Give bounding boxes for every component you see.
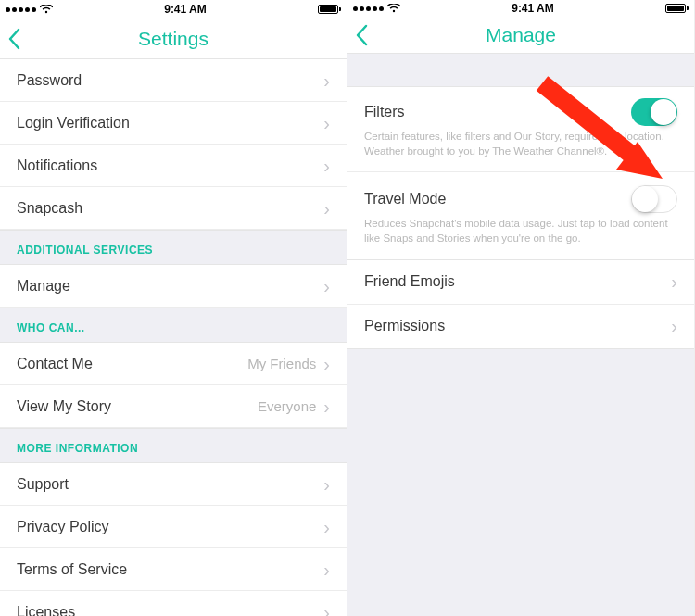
page-title: Manage: [486, 24, 556, 46]
travel-mode-toggle[interactable]: [631, 185, 677, 213]
row-label: Licenses: [17, 604, 75, 617]
back-button[interactable]: [7, 19, 20, 58]
row-label: Friend Emojis: [364, 273, 455, 290]
settings-list[interactable]: Password › Login Verification › Notifica…: [0, 59, 347, 616]
chevron-right-icon: ›: [323, 277, 330, 295]
section-additional-services: ADDITIONAL SERVICES: [0, 230, 347, 265]
chevron-right-icon: ›: [323, 199, 330, 218]
chevron-right-icon: ›: [671, 317, 677, 335]
nav-bar: Manage: [348, 17, 694, 54]
row-label: View My Story: [17, 398, 111, 415]
settings-screen: 9:41 AM Settings Password › Login Verifi…: [0, 0, 348, 616]
row-label: Travel Mode: [364, 191, 446, 207]
row-snapcash[interactable]: Snapcash ›: [0, 187, 347, 230]
row-label: Permissions: [364, 318, 445, 334]
status-bar: 9:41 AM: [0, 0, 347, 19]
chevron-right-icon: ›: [323, 157, 330, 175]
wifi-icon: [387, 4, 400, 13]
row-friend-emojis[interactable]: Friend Emojis ›: [348, 260, 694, 305]
chevron-right-icon: ›: [323, 475, 330, 494]
row-password[interactable]: Password ›: [0, 59, 347, 102]
row-contact-me[interactable]: Contact Me My Friends ›: [0, 343, 347, 385]
row-label: Support: [17, 476, 69, 493]
row-view-my-story[interactable]: View My Story Everyone ›: [0, 385, 347, 428]
row-value: Everyone: [258, 398, 316, 414]
status-bar: 9:41 AM: [348, 0, 694, 17]
row-manage[interactable]: Manage ›: [0, 265, 347, 308]
chevron-right-icon: ›: [671, 272, 677, 291]
row-permissions[interactable]: Permissions ›: [348, 305, 694, 349]
section-more-info: MORE INFORMATION: [0, 428, 347, 463]
spacer: [348, 54, 694, 87]
manage-list[interactable]: Filters Certain features, like filters a…: [348, 54, 694, 616]
chevron-right-icon: ›: [323, 71, 330, 90]
back-button[interactable]: [355, 17, 368, 53]
row-label: Filters: [364, 104, 405, 120]
row-privacy-policy[interactable]: Privacy Policy ›: [0, 506, 347, 548]
row-label: Terms of Service: [17, 561, 127, 578]
nav-bar: Settings: [0, 19, 347, 59]
status-time: 9:41 AM: [512, 2, 554, 15]
chevron-right-icon: ›: [323, 518, 330, 536]
chevron-right-icon: ›: [323, 603, 330, 617]
wifi-icon: [40, 5, 53, 14]
row-filters: Filters: [348, 87, 694, 130]
row-licenses[interactable]: Licenses ›: [0, 591, 347, 616]
chevron-right-icon: ›: [323, 560, 330, 579]
row-notifications[interactable]: Notifications ›: [0, 145, 347, 187]
row-terms-of-service[interactable]: Terms of Service ›: [0, 548, 347, 591]
battery-icon: [318, 5, 341, 14]
signal-dots-icon: [6, 7, 36, 12]
filters-description: Certain features, like filters and Our S…: [348, 130, 694, 172]
row-label: Notifications: [17, 157, 97, 174]
travel-mode-description: Reduces Snapchat's mobile data usage. Ju…: [348, 217, 694, 259]
row-label: Snapcash: [17, 200, 82, 217]
section-who-can: WHO CAN...: [0, 308, 347, 343]
row-label: Login Verification: [17, 115, 130, 132]
page-title: Settings: [138, 28, 208, 50]
row-support[interactable]: Support ›: [0, 463, 347, 506]
spacer: [348, 349, 694, 616]
row-label: Password: [17, 72, 82, 89]
chevron-right-icon: ›: [323, 114, 330, 132]
battery-icon: [665, 4, 689, 13]
row-login-verification[interactable]: Login Verification ›: [0, 102, 347, 145]
manage-screen: 9:41 AM Manage Filters Certain features,…: [348, 0, 695, 616]
filters-toggle[interactable]: [631, 98, 677, 126]
row-label: Privacy Policy: [17, 519, 109, 535]
chevron-right-icon: ›: [323, 355, 330, 373]
status-time: 9:41 AM: [164, 3, 207, 16]
row-label: Manage: [17, 278, 70, 295]
row-travel-mode: Travel Mode: [348, 172, 694, 217]
signal-dots-icon: [353, 6, 384, 11]
row-label: Contact Me: [17, 356, 93, 372]
row-value: My Friends: [247, 356, 316, 371]
chevron-right-icon: ›: [323, 397, 330, 416]
